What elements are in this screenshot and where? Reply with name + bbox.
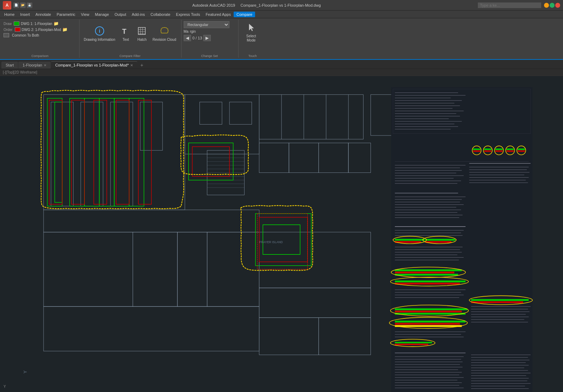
draw-order-label: Draw [4, 22, 12, 26]
svg-rect-128 [395, 239, 425, 241]
dwg1-label: DWG 1: 1-Floorplan [21, 22, 52, 26]
tab-add-button[interactable]: + [138, 62, 146, 69]
filter-group-label: Compare Filter [82, 53, 178, 58]
view-indicator-text: [-][Top][2D Wireframe] [3, 70, 37, 74]
common-label: Common To Both [12, 33, 39, 37]
select-mode-button[interactable]: Select Mode [241, 20, 262, 44]
tab-floorplan[interactable]: 1-Floorplan ✕ [18, 62, 51, 69]
dwg2-row: Order DWG 2: 1-Floorplan-Mod 📁 [4, 27, 68, 32]
text-icon: T [120, 25, 131, 37]
menu-annotate[interactable]: Annotate [33, 12, 54, 17]
tab-compare[interactable]: Compare_1-Floorplan vs 1-Floorplan-Mod* … [51, 61, 137, 69]
app-icon: A [3, 1, 11, 10]
svg-rect-96 [518, 150, 525, 152]
margin-gin-label: rgin [190, 30, 196, 33]
svg-rect-156 [471, 301, 523, 303]
svg-rect-3 [138, 27, 145, 34]
notes-panel [389, 87, 532, 392]
drawing-info-button[interactable]: i Drawing Information [82, 21, 117, 46]
svg-rect-167 [395, 325, 462, 327]
comparison-group-label: Comparison [4, 53, 76, 58]
close-button[interactable] [555, 3, 560, 8]
new-button[interactable]: 📄 [13, 2, 19, 8]
svg-rect-87 [473, 148, 480, 150]
select-mode-icon [246, 22, 257, 33]
svg-rect-165 [395, 321, 466, 322]
svg-rect-145 [395, 283, 460, 284]
revision-cloud-button[interactable]: Revision Cloud [150, 21, 178, 46]
dwg2-folder-icon[interactable]: 📁 [62, 27, 68, 32]
floorplan-svg: Y PRAYER ISLAND [0, 76, 563, 392]
ribbon: Draw DWG 1: 1-Floorplan 📁 Order DWG 2: 1… [0, 18, 563, 60]
svg-rect-91 [495, 148, 502, 150]
maximize-button[interactable] [550, 3, 555, 8]
ribbon-content: Draw DWG 1: 1-Floorplan 📁 Order DWG 2: 1… [0, 18, 563, 59]
select-mode-label: Select Mode [243, 34, 260, 43]
minimize-button[interactable] [544, 3, 549, 8]
drawing-info-label: Drawing Information [84, 38, 115, 42]
drawing-info-icon: i [94, 25, 105, 37]
tab-floorplan-close[interactable]: ✕ [44, 63, 46, 67]
tab-floorplan-label: 1-Floorplan [23, 63, 42, 67]
svg-rect-142 [395, 274, 458, 276]
dwg1-folder-icon[interactable]: 📁 [53, 21, 59, 26]
margin-label: Ma [184, 30, 189, 33]
view-indicator: [-][Top][2D Wireframe] [0, 69, 563, 76]
svg-rect-172 [395, 342, 432, 343]
svg-text:Y: Y [23, 370, 28, 373]
menu-featuredapps[interactable]: Featured Apps [203, 12, 234, 17]
revision-cloud-label: Revision Cloud [152, 38, 176, 42]
changeset-nav: ◀ 0 / 13 ▶ [184, 35, 235, 41]
touch-group-label: Touch [241, 53, 265, 58]
menu-output[interactable]: Output [112, 12, 129, 17]
menu-view[interactable]: View [78, 12, 92, 17]
svg-rect-166 [395, 323, 460, 324]
menu-insert[interactable]: Insert [17, 12, 33, 17]
comparison-group: Draw DWG 1: 1-Floorplan 📁 Order DWG 2: 1… [2, 20, 80, 58]
svg-text:T: T [122, 27, 126, 35]
common-color [4, 33, 9, 37]
svg-rect-153 [395, 313, 466, 315]
changeset-dropdown[interactable]: Rectangular [184, 21, 229, 28]
svg-rect-90 [484, 150, 492, 152]
dwg2-label: DWG 2: 1-Floorplan-Mod [22, 28, 61, 32]
menu-home[interactable]: Home [1, 12, 17, 17]
tab-start-label: Start [6, 63, 14, 67]
doc-tabs: Start 1-Floorplan ✕ Compare_1-Floorplan … [0, 60, 563, 69]
tab-start[interactable]: Start [1, 62, 18, 69]
draw-order-label2: Order [4, 28, 13, 32]
menu-collaborate[interactable]: Collaborate [148, 12, 173, 17]
menu-compare[interactable]: Compare [234, 12, 255, 17]
open-button[interactable]: 📂 [20, 2, 26, 8]
next-change-button[interactable]: ▶ [203, 35, 211, 41]
changeset-group: Rectangular Ma rgin ◀ 0 / 13 ▶ Change Se… [182, 20, 239, 58]
svg-rect-95 [518, 148, 525, 150]
menu-expresstools[interactable]: Express Tools [173, 12, 203, 17]
svg-rect-140 [395, 269, 462, 271]
filter-group: i Drawing Information T Text [80, 20, 182, 58]
prev-change-button[interactable]: ◀ [184, 35, 191, 41]
svg-rect-94 [506, 150, 514, 152]
menu-parametric[interactable]: Parametric [54, 12, 78, 17]
svg-text:i: i [99, 28, 100, 34]
hatch-label: Hatch [137, 38, 146, 42]
select-mode-group: Select Mode Touch [239, 20, 267, 58]
tab-compare-close[interactable]: ✕ [130, 63, 133, 67]
canvas-container[interactable]: Y PRAYER ISLAND Y [0, 76, 563, 392]
svg-rect-88 [473, 150, 480, 152]
hatch-button[interactable]: Hatch [134, 21, 150, 46]
svg-text:PRAYER ISLAND: PRAYER ISLAND [259, 240, 283, 244]
svg-rect-92 [495, 150, 502, 152]
save-button[interactable]: 💾 [27, 2, 32, 8]
tab-compare-label: Compare_1-Floorplan vs 1-Floorplan-Mod* [55, 63, 129, 67]
dwg1-row: Draw DWG 1: 1-Floorplan 📁 [4, 21, 59, 26]
search-input[interactable] [478, 2, 541, 8]
menu-addins[interactable]: Add-ins [129, 12, 148, 17]
menu-manage[interactable]: Manage [92, 12, 112, 17]
common-row: Common To Both [4, 33, 39, 37]
text-label: Text [122, 38, 129, 42]
text-filter-button[interactable]: T Text [118, 21, 133, 46]
svg-rect-151 [395, 308, 467, 310]
svg-rect-144 [395, 280, 466, 282]
dwg2-color [15, 27, 20, 32]
